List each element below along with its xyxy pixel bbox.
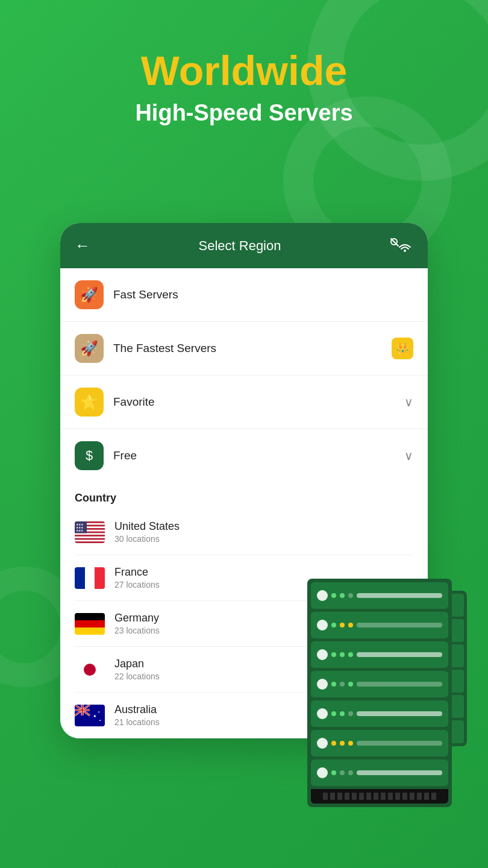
rack-row-3 xyxy=(311,641,448,668)
star-icon: ⭐ xyxy=(80,394,98,410)
menu-item-fastest-servers[interactable]: 🚀 The Fastest Servers 👑 xyxy=(60,322,428,376)
main-title: Worldwide xyxy=(24,48,464,93)
flag-france xyxy=(75,567,105,589)
flag-australia: ✦ ✦ ✦ xyxy=(75,705,105,726)
free-chevron-icon: ∨ xyxy=(404,448,413,463)
svg-rect-19 xyxy=(75,620,105,627)
favorite-label: Favorite xyxy=(113,395,404,409)
svg-point-22 xyxy=(84,664,96,676)
svg-rect-17 xyxy=(95,567,105,589)
rack-bottom-stripe xyxy=(311,789,448,804)
country-name-france: France xyxy=(114,566,413,579)
svg-text:★★★: ★★★ xyxy=(76,529,84,532)
fast-servers-label: Fast Servers xyxy=(113,288,413,301)
crown-icon: 👑 xyxy=(396,342,409,355)
svg-text:✦: ✦ xyxy=(99,719,101,722)
svg-point-3 xyxy=(404,250,406,252)
svg-rect-15 xyxy=(75,567,85,589)
svg-rect-18 xyxy=(75,613,105,620)
svg-text:✦: ✦ xyxy=(93,714,97,719)
fastest-servers-icon-box: 🚀 xyxy=(75,334,104,363)
country-locations-us: 30 locations xyxy=(114,534,413,544)
free-label: Free xyxy=(113,449,404,462)
rack-row-7 xyxy=(311,760,448,786)
rack-row-6 xyxy=(311,730,448,756)
menu-item-free[interactable]: $ Free ∨ xyxy=(60,429,428,482)
card-title: Select Region xyxy=(199,238,281,254)
rack-row-2 xyxy=(311,612,448,638)
svg-rect-10 xyxy=(75,539,105,541)
rocket-icon: 🚀 xyxy=(80,286,98,303)
rack-front xyxy=(307,579,452,807)
rack-row-5 xyxy=(311,700,448,727)
menu-item-favorite[interactable]: ⭐ Favorite ∨ xyxy=(60,376,428,429)
dollar-icon: $ xyxy=(86,448,93,464)
crown-badge: 👑 xyxy=(392,338,413,359)
fastest-servers-label: The Fastest Servers xyxy=(113,342,392,355)
rack-row-1 xyxy=(311,582,448,609)
wifi-search-icon[interactable] xyxy=(389,237,413,255)
svg-rect-8 xyxy=(75,533,105,535)
country-info-us: United States 30 locations xyxy=(114,520,413,544)
header-icons xyxy=(389,237,413,255)
svg-rect-16 xyxy=(85,567,95,589)
favorite-chevron-icon: ∨ xyxy=(404,395,413,409)
svg-rect-9 xyxy=(75,536,105,538)
svg-text:✦: ✦ xyxy=(98,710,100,714)
country-item-us[interactable]: ★★★ ★★★ ★★★ United States 30 locations xyxy=(75,509,413,555)
flag-us: ★★★ ★★★ ★★★ xyxy=(75,521,105,543)
menu-list: 🚀 Fast Servers 🚀 The Fastest Servers 👑 ⭐… xyxy=(60,268,428,482)
free-icon-box: $ xyxy=(75,441,104,470)
back-button[interactable]: ← xyxy=(75,236,90,255)
menu-item-fast-servers[interactable]: 🚀 Fast Servers xyxy=(60,268,428,322)
fast-servers-icon-box: 🚀 xyxy=(75,280,104,309)
svg-rect-20 xyxy=(75,627,105,635)
flag-japan xyxy=(75,659,105,681)
header-section: Worldwide High-Speed Servers xyxy=(0,0,488,151)
server-rack-illustration xyxy=(307,579,476,868)
card-header: ← Select Region xyxy=(60,223,428,268)
favorite-icon-box: ⭐ xyxy=(75,388,104,417)
country-name-us: United States xyxy=(114,520,413,533)
rocket-tan-icon: 🚀 xyxy=(80,340,98,357)
sub-title: High-Speed Servers xyxy=(24,99,464,127)
flag-germany xyxy=(75,613,105,635)
rack-row-4 xyxy=(311,671,448,697)
country-section-label: Country xyxy=(75,492,413,505)
